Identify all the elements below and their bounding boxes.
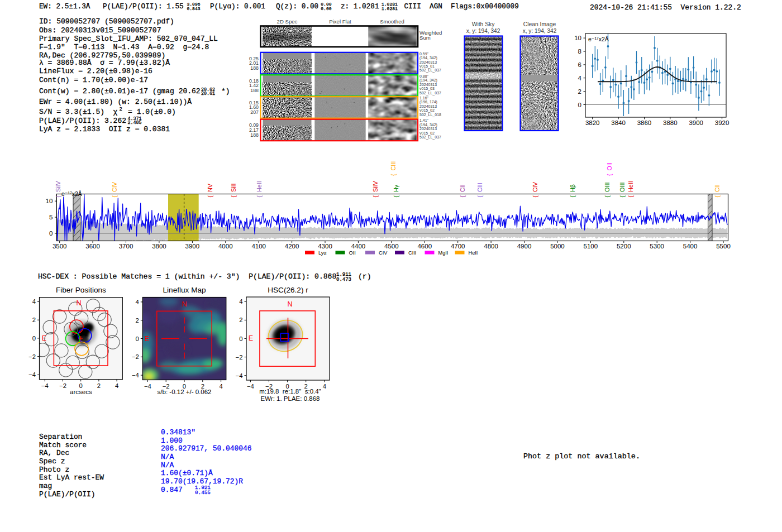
svg-text:LyA z = 2.1833 OII z = 0.0381: LyA z = 2.1833 OII z = 0.0381 — [39, 125, 170, 133]
svg-text:OIII: OIII — [604, 183, 611, 192]
svg-text:{: { — [459, 195, 466, 198]
svg-text:Est LyA rest-EW: Est LyA rest-EW — [39, 473, 104, 482]
svg-text:5400: 5400 — [683, 243, 698, 250]
svg-text:{: { — [532, 195, 538, 198]
svg-text:{: { — [207, 195, 213, 198]
svg-text:ID: 5090052707 (5090052707.pdf: ID: 5090052707 (5090052707.pdf) — [39, 17, 174, 26]
svg-text:502_LL_037: 502_LL_037 — [419, 91, 441, 95]
svg-text:5300: 5300 — [650, 243, 664, 250]
svg-text:HeII: HeII — [469, 250, 478, 256]
svg-text:Cont(n) = 1.70(±0.00)e-17: Cont(n) = 1.70(±0.00)e-17 — [39, 76, 148, 84]
svg-text:1.16": 1.16" — [419, 96, 429, 100]
svg-text:N: N — [287, 300, 292, 308]
svg-text:CII: CII — [714, 184, 721, 192]
svg-text:0.455: 0.455 — [195, 490, 211, 496]
svg-text:Pixel Flat: Pixel Flat — [329, 18, 351, 25]
svg-text:1.41": 1.41" — [419, 118, 429, 122]
svg-text:5200: 5200 — [617, 243, 631, 250]
svg-text:{: { — [569, 195, 576, 198]
svg-text:{: { — [393, 195, 399, 198]
svg-text:{: { — [714, 195, 721, 198]
svg-text:HSC(26.2) r: HSC(26.2) r — [268, 286, 308, 294]
svg-text:CII: CII — [459, 184, 466, 192]
svg-text:502_LL_037: 502_LL_037 — [419, 135, 441, 140]
svg-text:Clean Image: Clean Image — [523, 21, 556, 27]
svg-text:Sum: Sum — [419, 35, 431, 41]
svg-text:CIV: CIV — [111, 181, 118, 192]
svg-text:{: { — [230, 195, 237, 198]
svg-text:CIII: CIII — [476, 183, 483, 192]
svg-text:Hγ: Hγ — [393, 184, 399, 192]
svg-text:Spec z: Spec z — [39, 457, 65, 466]
svg-text:20240313: 20240313 — [419, 83, 437, 87]
svg-text:Lineflux Map: Lineflux Map — [163, 286, 206, 294]
svg-text:4000: 4000 — [218, 243, 233, 250]
svg-text:P(LAE)/P(OII): 3.262: P(LAE)/P(OII): 3.262 — [39, 117, 126, 125]
svg-text:EW: 2.5±1.3Å: EW: 2.5±1.3Å — [39, 2, 90, 11]
svg-text:0.88": 0.88" — [419, 74, 429, 78]
svg-text:RA, Dec: RA, Dec — [39, 449, 69, 457]
svg-text:Match score: Match score — [39, 441, 87, 449]
svg-text:0: 0 — [578, 102, 581, 108]
svg-text:−4: −4 — [132, 372, 139, 378]
svg-text:20240313: 20240313 — [419, 104, 437, 108]
svg-text:E: E — [145, 335, 149, 343]
svg-text:MgII: MgII — [438, 250, 449, 256]
svg-text:HeII: HeII — [256, 181, 263, 192]
svg-text:SiIV: SiIV — [55, 180, 61, 192]
svg-text:4: 4 — [136, 299, 139, 305]
svg-text:−4: −4 — [28, 371, 36, 378]
svg-text:N/A: N/A — [161, 461, 174, 469]
svg-text:arcsecs: arcsecs — [70, 389, 92, 395]
svg-text:4: 4 — [115, 382, 118, 389]
svg-text:3600: 3600 — [85, 243, 100, 250]
svg-text:2024-10-26 21:41:55 Version 1: 2024-10-26 21:41:55 Version 1.22.2 — [590, 3, 741, 12]
svg-text:4500: 4500 — [384, 243, 399, 250]
svg-text:{: { — [390, 174, 397, 176]
svg-text:4400: 4400 — [351, 243, 366, 250]
svg-text:5500: 5500 — [716, 243, 731, 250]
svg-text:3700: 3700 — [119, 243, 133, 250]
svg-text:0: 0 — [49, 230, 53, 237]
svg-text:0: 0 — [32, 335, 36, 342]
svg-text:N/A: N/A — [161, 453, 174, 461]
svg-text:2.485: 2.485 — [128, 120, 142, 126]
svg-text:2D Spec: 2D Spec — [277, 18, 298, 25]
svg-text:3880: 3880 — [663, 119, 678, 126]
svg-text:Q(z): 0.00: Q(z): 0.00 — [276, 2, 318, 11]
svg-text:OII: OII — [349, 250, 356, 256]
svg-text:4100: 4100 — [251, 243, 266, 250]
svg-text:EWr = 4.00(±1.80) (w: 2.50(±1.: EWr = 4.00(±1.80) (w: 2.50(±1.10))Å — [39, 98, 192, 106]
svg-text:OII: OII — [606, 162, 613, 170]
svg-text:HeII: HeII — [627, 181, 634, 192]
svg-text:502_LL_037: 502_LL_037 — [419, 68, 441, 73]
svg-text:−2: −2 — [28, 353, 36, 360]
svg-text:SiIV: SiIV — [372, 180, 379, 192]
svg-text:HSC-DEX : Possible Matches = 1: HSC-DEX : Possible Matches = 1 (within +… — [38, 272, 336, 281]
svg-text:4800: 4800 — [484, 243, 498, 250]
svg-text:8: 8 — [578, 48, 581, 55]
svg-text:NV: NV — [207, 183, 213, 192]
svg-text:2: 2 — [136, 317, 139, 324]
svg-text:−4: −4 — [41, 382, 49, 389]
svg-text:0.847: 0.847 — [161, 486, 183, 494]
svg-text:4700: 4700 — [451, 243, 465, 250]
svg-text:N: N — [182, 300, 187, 308]
svg-text:0.59": 0.59" — [419, 52, 429, 56]
svg-text:2: 2 — [97, 382, 101, 389]
svg-text:P(LAE)/P(OII): 1.55: P(LAE)/P(OII): 1.55 — [103, 2, 184, 11]
svg-text:3900: 3900 — [689, 119, 703, 126]
svg-text:−4: −4 — [144, 383, 151, 390]
svg-text:{: { — [619, 195, 626, 198]
svg-text:Photo z: Photo z — [39, 466, 69, 474]
svg-text:x, y: 194, 342: x, y: 194, 342 — [523, 28, 557, 34]
svg-text:CIII: CIII — [390, 161, 397, 171]
svg-text:x, y: 194, 342: x, y: 194, 342 — [466, 28, 500, 34]
svg-text:{: { — [111, 195, 118, 198]
svg-text:Hβ: Hβ — [569, 184, 576, 192]
svg-text:3920: 3920 — [715, 119, 729, 126]
svg-text:E: E — [42, 334, 46, 342]
svg-text:3860: 3860 — [637, 119, 652, 126]
svg-text:m:19.8 re:1.8" s:0.4": m:19.8 re:1.8" s:0.4" — [259, 388, 321, 395]
svg-text:4: 4 — [578, 75, 582, 82]
